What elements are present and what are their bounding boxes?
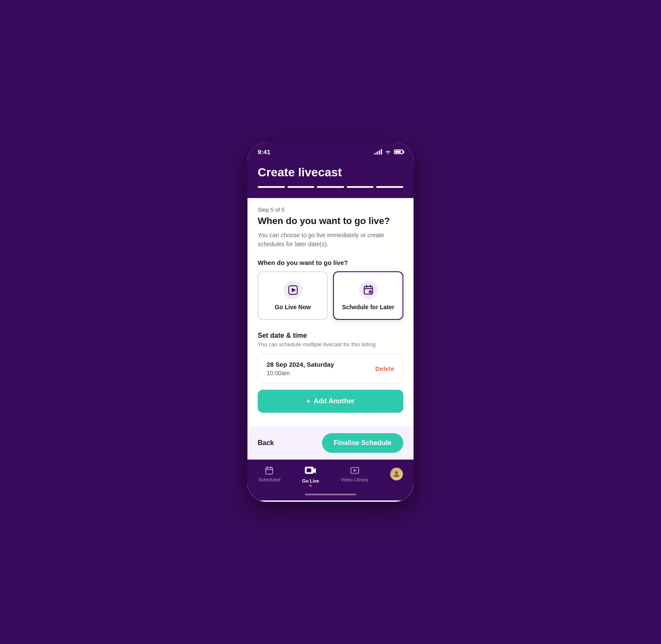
- header: Create livecast: [247, 159, 414, 198]
- go-live-icon: [305, 465, 316, 477]
- home-indicator-bar: [305, 494, 356, 495]
- signal-bars-icon: [374, 149, 382, 155]
- play-icon: [288, 285, 298, 295]
- schedule-info: 28 Sep 2024, Saturday 10:00am: [267, 361, 334, 377]
- go-live-now-button[interactable]: Go Live Now: [258, 271, 328, 320]
- schedule-section-title: Set date & time: [258, 332, 403, 339]
- avatar: [390, 468, 403, 480]
- add-another-button[interactable]: + Add Another: [258, 390, 403, 413]
- battery-icon: [394, 150, 403, 154]
- status-icons: [374, 149, 403, 155]
- home-indicator: [247, 490, 414, 500]
- add-another-label: Add Another: [314, 397, 355, 405]
- when-section-label: When do you want to go live?: [258, 259, 403, 266]
- nav-go-live[interactable]: Go Live: [302, 465, 319, 483]
- svg-rect-9: [266, 468, 273, 474]
- go-live-nav-label: Go Live: [302, 478, 319, 483]
- scheduled-nav-label: Scheduled: [258, 477, 280, 482]
- play-icon-container: [284, 281, 302, 299]
- footer-nav-bar: Scheduled Go Live Video Library: [247, 460, 414, 490]
- status-bar: 9:41: [247, 142, 414, 159]
- nav-video-library[interactable]: Video Library: [341, 466, 368, 482]
- svg-marker-18: [353, 469, 356, 472]
- progress-segment-2: [287, 186, 315, 188]
- main-content: Step 5 of 5 When do you want to go live?…: [247, 198, 414, 426]
- video-library-nav-label: Video Library: [341, 477, 368, 482]
- calendar-icon-container: [359, 281, 378, 299]
- nav-scheduled[interactable]: Scheduled: [258, 466, 280, 482]
- step-description: You can choose to go live immediately or…: [258, 231, 403, 249]
- go-live-now-label: Go Live Now: [275, 304, 311, 310]
- calendar-icon: [363, 285, 374, 296]
- schedule-card: 28 Sep 2024, Saturday 10:00am Delete: [258, 354, 403, 384]
- svg-marker-1: [292, 288, 296, 292]
- progress-segment-3: [317, 186, 344, 188]
- schedule-section-desc: You can schedule multiple livecast for t…: [258, 341, 403, 348]
- progress-segment-4: [347, 186, 374, 188]
- schedule-date: 28 Sep 2024, Saturday: [267, 361, 334, 368]
- scheduled-icon: [264, 466, 274, 475]
- svg-rect-16: [307, 468, 311, 472]
- wifi-icon: [385, 150, 391, 155]
- status-time: 9:41: [258, 148, 270, 155]
- option-buttons: Go Live Now Schedul: [258, 271, 403, 320]
- video-library-icon: [350, 466, 359, 475]
- progress-segment-5: [376, 186, 403, 188]
- schedule-time: 10:00am: [267, 370, 334, 377]
- bottom-actions: Back Finalise Schedule: [247, 426, 414, 460]
- svg-rect-2: [364, 286, 373, 294]
- avatar-person-icon: [392, 470, 401, 478]
- schedule-later-label: Schedule for Later: [342, 304, 394, 310]
- nav-active-dot: [310, 485, 312, 487]
- step-label: Step 5 of 5: [258, 207, 403, 213]
- schedule-later-button[interactable]: Schedule for Later: [333, 271, 403, 320]
- scroll-content: Create livecast Step 5 of 5 When do you …: [247, 159, 414, 502]
- add-another-icon: +: [306, 397, 310, 405]
- delete-schedule-button[interactable]: Delete: [375, 365, 394, 372]
- phone-frame: 9:41 Create livecast: [247, 142, 414, 502]
- back-button[interactable]: Back: [258, 439, 274, 447]
- progress-segment-1: [258, 186, 285, 188]
- progress-bar: [258, 186, 403, 188]
- step-question: When do you want to go live?: [258, 216, 403, 227]
- finalise-schedule-button[interactable]: Finalise Schedule: [322, 433, 403, 453]
- svg-point-19: [395, 471, 398, 474]
- nav-profile[interactable]: [390, 468, 403, 480]
- page-title: Create livecast: [258, 166, 403, 179]
